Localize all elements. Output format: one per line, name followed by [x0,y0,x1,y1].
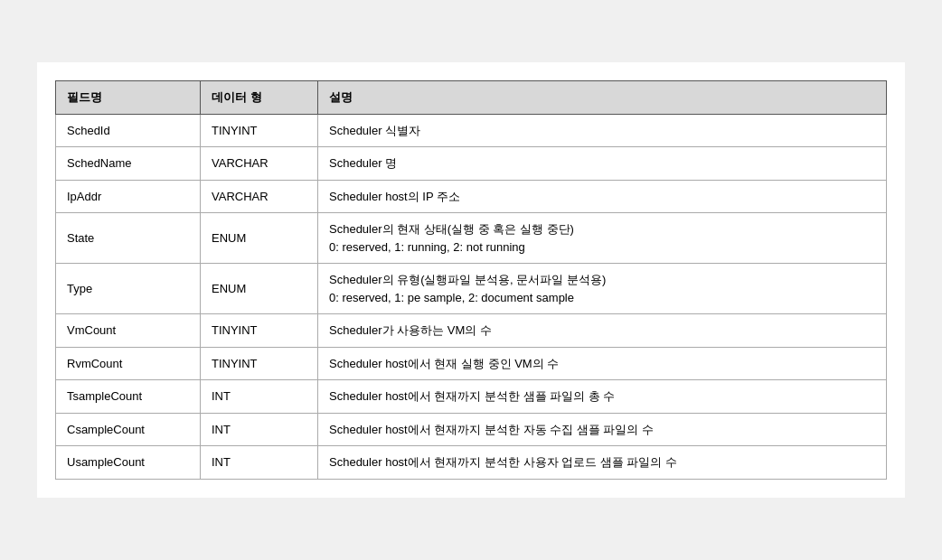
main-container: 필드명 데이터 형 설명 SchedIdTINYINTScheduler 식별자… [37,62,905,498]
cell-field: Type [56,264,201,314]
cell-field: UsampleCount [56,446,201,480]
cell-desc: Scheduler 명 [318,147,887,181]
cell-type: ENUM [201,213,318,264]
table-row: VmCountTINYINTScheduler가 사용하는 VM의 수 [56,314,887,348]
cell-desc: Scheduler의 유형(실행파일 분석용, 문서파일 분석용)0: rese… [318,264,887,314]
table-row: TsampleCountINTScheduler host에서 현재까지 분석한… [56,380,887,414]
cell-desc: Scheduler host에서 현재까지 분석한 자동 수집 샘플 파일의 수 [318,413,887,446]
cell-desc: Scheduler의 현재 상태(실행 중 혹은 실행 중단)0: reserv… [318,213,887,264]
cell-type: ENUM [201,264,318,314]
header-field: 필드명 [56,81,201,115]
table-row: SchedNameVARCHARScheduler 명 [56,147,887,181]
data-table: 필드명 데이터 형 설명 SchedIdTINYINTScheduler 식별자… [55,80,887,480]
table-row: SchedIdTINYINTScheduler 식별자 [56,114,887,147]
cell-field: CsampleCount [56,413,201,446]
table-row: CsampleCountINTScheduler host에서 현재까지 분석한… [56,413,887,446]
cell-field: State [56,213,201,264]
table-row: IpAddrVARCHARScheduler host의 IP 주소 [56,180,887,213]
cell-desc: Scheduler host에서 현재까지 분석한 샘플 파일의 총 수 [318,380,887,414]
cell-desc: Scheduler 식별자 [318,114,887,147]
cell-field: TsampleCount [56,380,201,414]
header-desc: 설명 [318,81,887,115]
cell-type: INT [201,446,318,480]
cell-desc: Scheduler host의 IP 주소 [318,180,887,213]
cell-desc: Scheduler가 사용하는 VM의 수 [318,314,887,348]
cell-field: IpAddr [56,180,201,213]
cell-type: VARCHAR [201,147,318,181]
cell-field: RvmCount [56,347,201,380]
cell-type: VARCHAR [201,180,318,213]
cell-type: TINYINT [201,347,318,380]
cell-field: SchedId [56,114,201,147]
table-row: RvmCountTINYINTScheduler host에서 현재 실행 중인… [56,347,887,380]
cell-desc: Scheduler host에서 현재까지 분석한 사용자 업로드 샘플 파일의… [318,446,887,480]
cell-type: INT [201,380,318,414]
table-row: TypeENUMScheduler의 유형(실행파일 분석용, 문서파일 분석용… [56,264,887,314]
cell-desc: Scheduler host에서 현재 실행 중인 VM의 수 [318,347,887,380]
table-header-row: 필드명 데이터 형 설명 [56,81,887,115]
header-type: 데이터 형 [201,81,318,115]
cell-type: TINYINT [201,114,318,147]
cell-type: TINYINT [201,314,318,348]
table-row: StateENUMScheduler의 현재 상태(실행 중 혹은 실행 중단)… [56,213,887,264]
table-row: UsampleCountINTScheduler host에서 현재까지 분석한… [56,446,887,480]
cell-type: INT [201,413,318,446]
cell-field: SchedName [56,147,201,181]
cell-field: VmCount [56,314,201,348]
